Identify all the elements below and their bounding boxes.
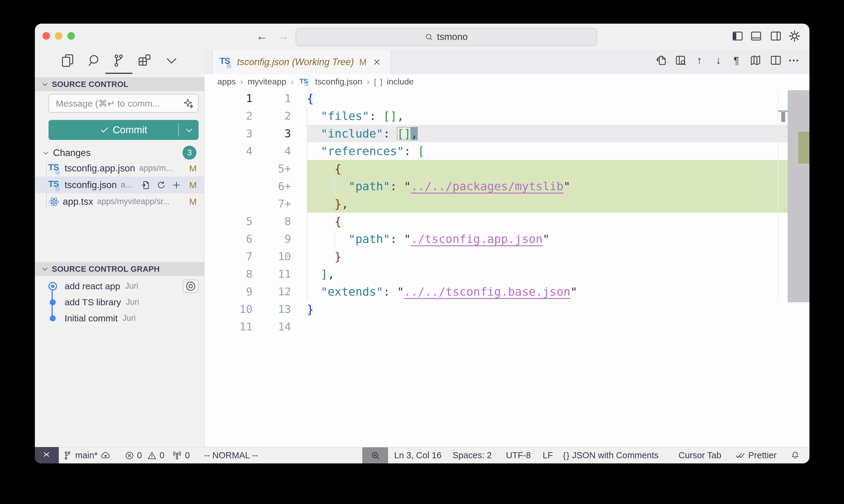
code-line-10[interactable]: 710 } (205, 248, 809, 265)
editor-scrollbar[interactable] (788, 90, 809, 302)
cursor-tab-indicator[interactable]: Cursor Tab (678, 447, 721, 463)
zoom-window-button[interactable] (67, 32, 75, 40)
commit-message-input[interactable]: Message (⌘↵ to comm... (49, 94, 199, 113)
code-line-7[interactable]: 7+ }, (205, 195, 809, 213)
commit-node-icon (47, 312, 58, 324)
open-changes-icon[interactable] (655, 54, 668, 67)
modified-line-number: 5+ (253, 160, 291, 178)
code-line-2[interactable]: 22 "files": [], (205, 107, 809, 125)
code-line-3[interactable]: 33 "include": [], (205, 125, 809, 142)
commit-row-3[interactable]: Initial commitJuri (35, 310, 205, 326)
code-area: 11{22 "files": [],33 "include": [],44 "r… (205, 90, 809, 362)
more-actions-icon[interactable]: ⋯ (787, 54, 800, 67)
next-change-icon[interactable]: ↓ (712, 54, 725, 67)
breadcrumb-item-include[interactable]: [ ]include (374, 77, 414, 87)
toggle-primary-sidebar-icon[interactable] (731, 30, 744, 42)
toggle-panel-icon[interactable] (750, 30, 762, 42)
original-line-number: 4 (205, 142, 253, 160)
modified-line-number: 10 (253, 248, 291, 265)
minimap-icon[interactable] (749, 54, 762, 67)
commit-split-divider (178, 124, 179, 136)
changes-file-row-app.tsx[interactable]: app.tsxapps/myviteapp/sr...M (35, 193, 205, 210)
code-text: "references": [ (307, 144, 425, 158)
checkout-target-button[interactable] (183, 280, 199, 293)
command-center-search[interactable]: tsmono (296, 28, 597, 46)
changes-file-row-tsconfig.json[interactable]: TStsconfig.jsona...M (35, 177, 205, 193)
eol-indicator[interactable]: LF (542, 447, 553, 463)
commit-author: Juri (126, 298, 139, 307)
changes-section-row[interactable]: Changes (35, 146, 205, 160)
ports-indicator[interactable]: 0 (172, 447, 190, 463)
collapse-chevron-icon (41, 265, 49, 273)
close-window-button[interactable] (42, 32, 50, 40)
original-line-number: 7 (205, 248, 253, 265)
language-mode-indicator[interactable]: { } JSON with Comments (563, 447, 658, 463)
git-status-badge: M (189, 197, 197, 207)
commit-dropdown-chevron-icon[interactable] (185, 126, 194, 135)
code-line-4[interactable]: 44 "references": [ (205, 142, 809, 160)
vim-mode-indicator: -- NORMAL -- (204, 447, 258, 463)
source-control-icon[interactable] (111, 53, 126, 68)
changes-file-row-tsconfig.app.json[interactable]: TStsconfig.app.jsonapps/m...M (35, 160, 205, 177)
file-name: tsconfig.app.json (65, 163, 135, 174)
close-tab-icon[interactable] (372, 57, 381, 67)
original-line-number: 2 (205, 107, 253, 125)
toggle-secondary-sidebar-icon[interactable] (770, 30, 782, 42)
breadcrumb-item-tsconfig.json[interactable]: TStsconfig.json (298, 76, 362, 88)
encoding-indicator[interactable]: UTF-8 (506, 447, 531, 463)
minimize-window-button[interactable] (55, 32, 63, 40)
forward-icon[interactable]: → (277, 30, 289, 43)
code-line-6[interactable]: 6+ "path": "../../packages/mytslib" (205, 178, 809, 195)
react-file-icon (48, 196, 60, 207)
cursor-position-indicator[interactable]: Ln 3, Col 16 (394, 447, 442, 463)
generate-commit-message-icon[interactable] (183, 98, 194, 109)
breadcrumb-item-myviteapp[interactable]: myviteapp (248, 77, 287, 87)
modified-line-number: 3 (253, 125, 291, 142)
code-line-12[interactable]: 912 "extends": "../../tsconfig.base.json… (205, 283, 809, 301)
code-line-11[interactable]: 811 ], (205, 265, 809, 283)
branch-indicator[interactable]: main* (63, 447, 111, 463)
warning-icon (147, 451, 157, 461)
notifications-button[interactable] (790, 447, 800, 463)
git-status-badge: M (189, 180, 197, 190)
remote-indicator-button[interactable] (35, 447, 59, 463)
commit-row-1[interactable]: add react appJuri (35, 278, 205, 294)
search-icon[interactable] (87, 53, 101, 68)
code-line-13[interactable]: 1013} (205, 301, 809, 318)
back-icon[interactable]: ← (256, 30, 268, 43)
previous-change-icon[interactable]: ↑ (693, 54, 706, 67)
modified-line-number: 12 (253, 283, 291, 301)
modified-line-number: 11 (253, 265, 291, 283)
code-line-8[interactable]: 58 { (205, 213, 809, 230)
settings-gear-icon[interactable] (788, 30, 801, 42)
source-control-section-header[interactable]: SOURCE CONTROL (35, 77, 205, 91)
tab-tsconfig-working-tree[interactable]: TS tsconfig.json (Working Tree) M (212, 50, 391, 74)
indentation-indicator[interactable]: Spaces: 2 (453, 447, 492, 463)
stage-icon[interactable] (171, 180, 182, 190)
collapse-chevron-icon (41, 80, 49, 88)
file-path: a... (121, 180, 132, 190)
source-control-graph-header[interactable]: SOURCE CONTROL GRAPH (35, 262, 205, 276)
code-line-9[interactable]: 69 "path": "./tsconfig.app.json" (205, 230, 809, 248)
extensions-icon[interactable] (137, 53, 152, 68)
formatter-indicator[interactable]: Prettier (735, 447, 776, 463)
open-file-icon[interactable] (141, 180, 151, 190)
inline-view-icon[interactable] (674, 54, 687, 67)
code-text: ], (307, 267, 335, 281)
problems-indicator[interactable]: 0 0 (125, 447, 164, 463)
code-line-5[interactable]: 5+ { (205, 160, 809, 178)
more-views-chevron-icon[interactable] (164, 53, 179, 68)
tab-modified-badge: M (359, 57, 366, 67)
code-line-14[interactable]: 1114 (205, 318, 809, 336)
split-editor-icon[interactable] (770, 54, 782, 67)
toggle-whitespace-icon[interactable]: ¶ (730, 54, 743, 67)
commit-message-placeholder: Message (⌘↵ to comm... (56, 98, 178, 109)
code-line-1[interactable]: 11{ (205, 90, 809, 107)
commit-row-2[interactable]: add TS libraryJuri (35, 294, 205, 310)
explorer-icon[interactable] (60, 53, 75, 68)
tsconfig-file-icon: TS (48, 179, 62, 191)
commit-button[interactable]: Commit (49, 120, 199, 140)
screencast-zoom-button[interactable] (362, 447, 388, 463)
discard-icon[interactable] (156, 180, 167, 190)
breadcrumb-item-apps[interactable]: apps (217, 77, 236, 87)
